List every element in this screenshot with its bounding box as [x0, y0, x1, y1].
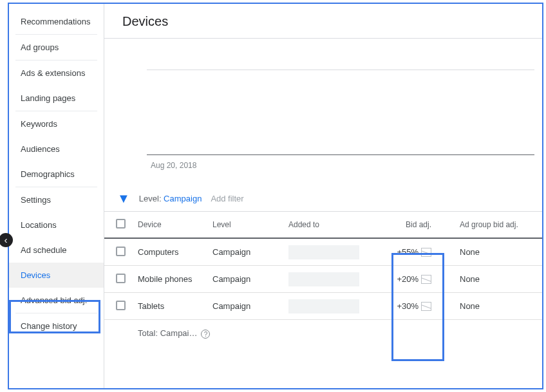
- filter-bar: ▼ Level: Campaign Add filter: [104, 180, 542, 211]
- cell-added-to: [288, 272, 359, 286]
- chart-axis: [147, 154, 534, 155]
- sidebar-item-ad-schedule[interactable]: Ad schedule: [15, 238, 97, 263]
- sidebar-item-recommendations[interactable]: Recommendations: [15, 9, 97, 34]
- table-row: Mobile phones Campaign +20% None: [104, 266, 542, 293]
- edit-icon[interactable]: [421, 248, 431, 257]
- devices-table: Device Level Added to Bid adj. Ad group …: [104, 211, 542, 347]
- sidebar-item-ads-extensions[interactable]: Ads & extensions: [15, 61, 97, 86]
- sidebar-item-change-history[interactable]: Change history: [15, 313, 97, 339]
- col-header-device[interactable]: Device: [136, 220, 212, 229]
- col-header-added-to[interactable]: Added to: [288, 220, 385, 229]
- cell-level: Campaign: [212, 301, 288, 311]
- cell-bid-adj[interactable]: +20%: [385, 274, 449, 285]
- col-header-bid-adj[interactable]: Bid adj.: [385, 220, 449, 229]
- sidebar-item-audiences[interactable]: Audiences: [15, 136, 97, 162]
- sidebar-item-ad-groups[interactable]: Ad groups: [15, 35, 97, 60]
- chart-date-label: Aug 20, 2018: [151, 161, 196, 170]
- chart-area: Aug 20, 2018: [104, 39, 542, 180]
- page-title: Devices: [104, 4, 542, 39]
- sidebar-item-advanced-bid-adj[interactable]: Advanced bid adj.: [15, 288, 97, 313]
- cell-bid-adj[interactable]: +30%: [385, 301, 449, 312]
- cell-adgroup-bid-adj: None: [449, 247, 542, 257]
- cell-device[interactable]: Tablets: [136, 301, 212, 311]
- sidebar-item-devices[interactable]: Devices: [9, 263, 104, 288]
- main-panel: Devices Aug 20, 2018 ▼ Level: Campaign A…: [104, 4, 542, 388]
- table-footer-row: Total: Campai…?: [104, 320, 542, 347]
- checkbox-row[interactable]: [116, 274, 126, 283]
- cell-level: Campaign: [212, 247, 288, 257]
- cell-level: Campaign: [212, 274, 288, 284]
- sidebar-item-keywords[interactable]: Keywords: [15, 111, 97, 136]
- sidebar-item-locations[interactable]: Locations: [15, 212, 97, 238]
- table-row: Computers Campaign +55% None: [104, 239, 542, 266]
- cell-device[interactable]: Computers: [136, 247, 212, 257]
- table-row: Tablets Campaign +30% None: [104, 293, 542, 320]
- col-header-level[interactable]: Level: [212, 220, 288, 229]
- info-icon[interactable]: ?: [201, 330, 210, 339]
- cell-device[interactable]: Mobile phones: [136, 274, 212, 284]
- cell-adgroup-bid-adj: None: [449, 301, 542, 311]
- edit-icon[interactable]: [421, 275, 431, 284]
- chart-gridline: [147, 70, 534, 70]
- table-header-row: Device Level Added to Bid adj. Ad group …: [104, 212, 542, 239]
- filter-icon[interactable]: ▼: [117, 192, 130, 205]
- col-header-adgroup-bid-adj[interactable]: Ad group bid adj.: [449, 220, 542, 229]
- checkbox-row[interactable]: [116, 247, 126, 256]
- filter-chip-prefix: Level:: [139, 194, 164, 203]
- sidebar-item-settings[interactable]: Settings: [15, 187, 97, 212]
- checkbox-row[interactable]: [116, 301, 126, 310]
- add-filter[interactable]: Add filter: [211, 194, 243, 203]
- cell-bid-adj[interactable]: +55%: [385, 247, 449, 257]
- cell-adgroup-bid-adj: None: [449, 274, 542, 284]
- sidebar: Recommendations Ad groups Ads & extensio…: [9, 4, 104, 388]
- footer-total-label: Total: Campai…?: [136, 328, 212, 339]
- cell-added-to: [288, 245, 359, 259]
- cell-added-to: [288, 299, 359, 313]
- filter-chip-level[interactable]: Level: Campaign: [139, 194, 202, 203]
- sidebar-item-landing-pages[interactable]: Landing pages: [15, 86, 97, 111]
- filter-chip-value: Campaign: [164, 194, 202, 203]
- sidebar-item-demographics[interactable]: Demographics: [15, 162, 97, 187]
- checkbox-all[interactable]: [116, 219, 126, 229]
- edit-icon[interactable]: [421, 302, 431, 311]
